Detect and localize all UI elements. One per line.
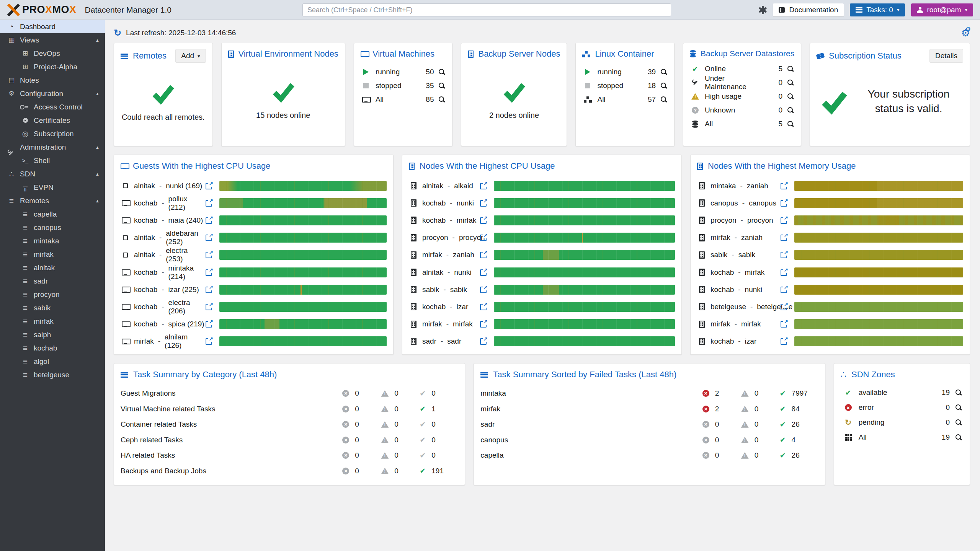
task-summary-row: Ceph related Tasks 0 0 [121,432,458,448]
tasks-button[interactable]: Tasks: 0 ▾ [850,3,905,16]
search-magnifier-icon[interactable] [956,390,962,396]
sidebar-item[interactable]: Subscription ▲ [0,127,105,140]
documentation-button[interactable]: Documentation [773,3,844,16]
search-magnifier-icon[interactable] [787,107,794,113]
sidebar-item[interactable]: mirfak ▲ [0,248,105,261]
user-menu-button[interactable]: root@pam ▾ [911,3,973,16]
collapse-arrow-icon[interactable]: ▲ [95,172,100,176]
open-external-icon[interactable] [480,251,487,258]
open-external-icon[interactable] [480,217,487,224]
sidebar-item[interactable]: Configuration ▲ [0,87,105,100]
open-external-icon[interactable] [206,200,212,207]
sidebar-item[interactable]: algol ▲ [0,355,105,368]
node-icon [697,303,706,310]
open-external-icon[interactable] [480,269,487,276]
sidebar-item[interactable]: saiph ▲ [0,328,105,341]
warning-icon [741,452,749,459]
sidebar-item[interactable]: kochab ▲ [0,341,105,355]
add-remote-button[interactable]: Add▾ [175,49,206,63]
open-external-icon[interactable] [206,183,212,189]
sidebar-item[interactable]: EVPN ▲ [0,181,105,194]
sidebar-item[interactable]: Project-Alpha ▲ [0,60,105,73]
open-external-icon[interactable] [206,269,212,276]
sidebar-item[interactable]: Remotes ▲ [0,194,105,207]
open-external-icon[interactable] [781,321,787,328]
collapse-arrow-icon[interactable]: ▲ [95,38,100,42]
sidebar-item[interactable]: Shell ▲ [0,154,105,167]
search-magnifier-icon[interactable] [439,96,445,103]
open-external-icon[interactable] [781,217,787,224]
open-external-icon[interactable] [781,183,787,189]
sidebar-item[interactable]: mintaka ▲ [0,234,105,248]
sidebar-item-icon [20,184,31,191]
open-external-icon[interactable] [206,217,212,224]
search-magnifier-icon[interactable] [661,83,667,89]
open-external-icon[interactable] [206,338,212,345]
error-count-cell: 0 [342,405,381,413]
sidebar-item[interactable]: Views ▲ [0,33,105,47]
collapse-arrow-icon[interactable]: ▲ [95,199,100,203]
open-external-icon[interactable] [206,286,212,293]
sidebar-item[interactable]: canopus ▲ [0,221,105,234]
search-magnifier-icon[interactable] [956,434,962,440]
sidebar-item[interactable]: alnitak ▲ [0,261,105,274]
sidebar-item[interactable]: sadr ▲ [0,274,105,288]
collapse-arrow-icon[interactable]: ▲ [95,91,100,96]
search-magnifier-icon[interactable] [439,83,445,89]
sidebar-item[interactable]: Notes ▲ [0,73,105,87]
open-external-icon[interactable] [480,183,487,189]
subscription-details-button[interactable]: Details [929,49,963,63]
search-input[interactable] [302,3,671,16]
sidebar-item[interactable]: Dashboard ▲ [0,20,105,33]
search-magnifier-icon[interactable] [956,404,962,411]
database-icon [690,50,696,57]
check-icon: ✔ [420,436,426,443]
stat-label: stopped [597,82,623,90]
sidebar-item[interactable]: SDN ▲ [0,167,105,181]
open-external-icon[interactable] [480,321,487,328]
sidebar-item[interactable]: Certificates ▲ [0,114,105,127]
collapse-arrow-icon[interactable]: ▲ [95,145,100,150]
sidebar-item[interactable]: DevOps ▲ [0,47,105,60]
search-magnifier-icon[interactable] [439,69,445,75]
sidebar-item[interactable]: capella ▲ [0,207,105,221]
sidebar-item[interactable]: procyon ▲ [0,288,105,301]
open-external-icon[interactable] [206,234,212,241]
open-external-icon[interactable] [480,338,487,345]
open-external-icon[interactable] [781,234,787,241]
open-external-icon[interactable] [480,200,487,207]
open-external-icon[interactable] [206,251,212,258]
open-external-icon[interactable] [480,234,487,241]
open-external-icon[interactable] [206,321,212,328]
search-magnifier-icon[interactable] [787,93,794,99]
open-external-icon[interactable] [781,251,787,258]
open-external-icon[interactable] [781,286,787,293]
open-external-icon[interactable] [206,303,212,310]
panel-title: Nodes With the Highest CPU Usage [420,161,555,171]
open-external-icon[interactable] [480,303,487,310]
search-magnifier-icon[interactable] [787,121,794,127]
open-external-icon[interactable] [781,200,787,207]
stat-row: running 39 [582,65,668,79]
status-icon [583,69,592,75]
open-external-icon[interactable] [480,286,487,293]
open-external-icon[interactable] [781,303,787,310]
search-magnifier-icon[interactable] [787,80,794,86]
dashboard-settings-icon[interactable]: ⚙⚙ [955,27,970,39]
search-magnifier-icon[interactable] [661,69,667,75]
usage-bar [794,181,963,191]
search-magnifier-icon[interactable] [661,96,667,103]
search-magnifier-icon[interactable] [956,419,962,425]
refresh-icon[interactable]: ↻ [114,28,121,37]
sidebar-item[interactable]: betelgeuse ▲ [0,368,105,381]
search-magnifier-icon[interactable] [787,66,794,72]
sidebar-item[interactable]: Administration ▲ [0,140,105,154]
usage-bar [794,285,963,295]
open-external-icon[interactable] [781,338,787,345]
sidebar-item[interactable]: mirfak ▲ [0,315,105,328]
open-external-icon[interactable] [781,269,787,276]
building-icon [228,51,234,58]
sidebar-item[interactable]: sabik ▲ [0,301,105,315]
settings-asterisk-icon[interactable] [762,6,764,14]
sidebar-item[interactable]: Access Control ▲ [0,100,105,114]
